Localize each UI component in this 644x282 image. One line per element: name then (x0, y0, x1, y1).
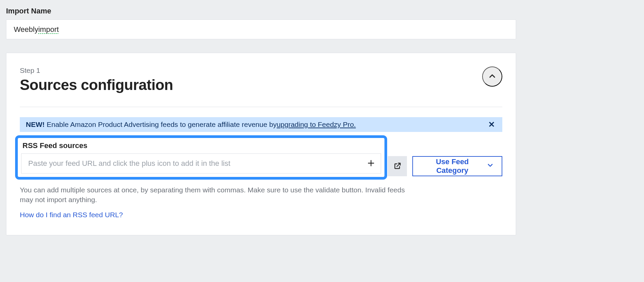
collapse-button[interactable] (482, 66, 502, 87)
import-name-value-a: Weebly (14, 25, 38, 34)
rss-highlight-box: RSS Feed sources (15, 135, 387, 180)
notice-badge: NEW! (26, 121, 45, 129)
upgrade-link[interactable]: upgrading to Feedzy Pro. (277, 121, 356, 129)
import-name-label: Import Name (6, 7, 638, 15)
step-label: Step 1 (20, 66, 502, 75)
promo-notice: NEW! Enable Amazon Product Advertising f… (20, 117, 502, 132)
chevron-down-icon (487, 162, 494, 171)
help-link[interactable]: How do I find an RSS feed URL? (20, 211, 123, 219)
notice-close-button[interactable]: ✕ (486, 120, 497, 130)
use-feed-category-label: Use Feed Category (421, 157, 484, 175)
import-name-value-b: import (38, 25, 59, 34)
close-icon: ✕ (488, 120, 495, 129)
add-feed-button[interactable] (361, 154, 381, 173)
step1-card: Step 1 Sources configuration NEW! Enable… (6, 53, 516, 235)
use-feed-category-button[interactable]: Use Feed Category (412, 156, 502, 176)
external-link-icon (394, 162, 402, 171)
feed-input-wrap (21, 153, 381, 174)
import-name-input[interactable]: Weebly import (6, 19, 516, 39)
plus-icon (367, 159, 375, 168)
divider (20, 107, 502, 107)
rss-label: RSS Feed sources (22, 141, 381, 150)
feed-row: RSS Feed sources Use Feed Category (20, 135, 502, 180)
card-title: Sources configuration (20, 77, 502, 93)
validate-feed-button[interactable] (388, 156, 407, 176)
notice-text: Enable Amazon Product Advertising feeds … (47, 121, 277, 129)
sources-hint: You can add multiple sources at once, by… (20, 185, 416, 205)
chevron-up-icon (488, 72, 496, 81)
feed-url-input[interactable] (21, 154, 361, 173)
